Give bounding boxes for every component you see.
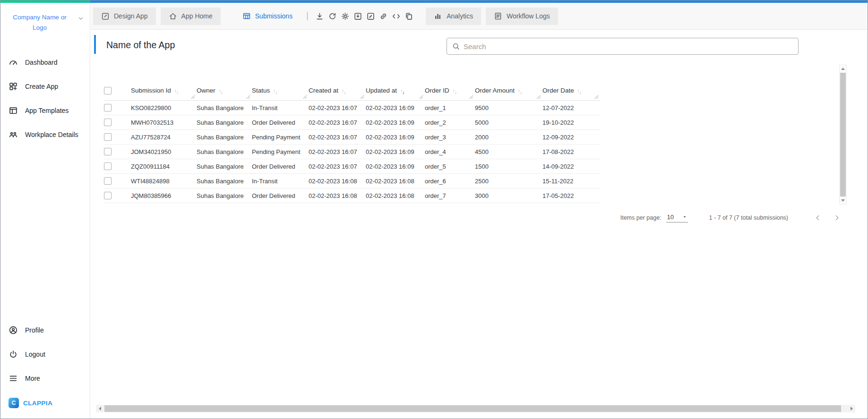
sort-arrows[interactable]: ↑↓ — [577, 88, 582, 94]
sort-arrows[interactable]: ↑↓ — [273, 88, 277, 94]
table-row[interactable]: AZU77528724Suhas BangalorePending Paymen… — [104, 130, 600, 145]
sort-arrows[interactable]: ↑↓ — [400, 88, 404, 94]
column-resize-handle[interactable] — [360, 94, 364, 98]
cell-owner: Suhas Bangalore — [197, 119, 252, 126]
chevron-down-icon[interactable] — [77, 15, 84, 22]
scroll-down-button[interactable] — [840, 197, 846, 204]
tool-import-icon[interactable] — [352, 11, 363, 22]
accent-teal-segment — [0, 0, 90, 3]
tab-app-home[interactable]: App Home — [161, 8, 221, 25]
column-header-order-id[interactable]: Order ID↑↓ — [425, 81, 475, 100]
column-header-label: Created at — [309, 87, 338, 94]
table-row[interactable]: JQM80385966Suhas BangaloreOrder Delivere… — [104, 188, 600, 203]
column-header-updated-at[interactable]: Updated at↑↓ — [366, 81, 425, 100]
sidebar-item-label: App Templates — [25, 107, 69, 114]
column-header-status[interactable]: Status↑↓ — [252, 81, 309, 100]
cell-updated-at: 02-02-2023 16:09 — [366, 163, 425, 170]
header-checkbox-cell — [104, 81, 131, 100]
topbar: Design AppApp HomeSubmissionsAnalyticsWo… — [91, 3, 868, 30]
clappia-brand[interactable]: C CLAPPIA — [0, 390, 90, 416]
table-row[interactable]: KSO08229800Suhas BangaloreIn-Transit02-0… — [104, 101, 600, 115]
next-page-button[interactable] — [831, 212, 843, 224]
column-resize-handle[interactable] — [302, 94, 307, 98]
tab-submissions[interactable]: Submissions — [234, 8, 301, 25]
column-header-order-date[interactable]: Order Date↑↓ — [542, 81, 600, 100]
sidebar-item-dashboard[interactable]: Dashboard — [0, 50, 90, 74]
previous-page-button[interactable] — [812, 212, 824, 224]
column-resize-handle[interactable] — [419, 94, 423, 98]
cell-created-at: 02-02-2023 16:07 — [309, 163, 366, 170]
column-resize-handle[interactable] — [469, 94, 473, 98]
row-checkbox-cell — [104, 101, 131, 115]
row-checkbox[interactable] — [104, 177, 112, 185]
horizontal-scrollbar-thumb[interactable] — [104, 405, 841, 412]
top-accent-bar — [0, 0, 868, 3]
column-header-order-amount[interactable]: Order Amount↑↓ — [475, 81, 542, 100]
tool-download-icon[interactable] — [314, 11, 325, 22]
vertical-scrollbar-thumb[interactable] — [840, 73, 846, 197]
pagination: Items per page: 10 1 - 7 of 7 (7 total s… — [620, 210, 843, 225]
design-app-icon — [101, 12, 110, 20]
sidebar-footer: ProfileLogoutMore C CLAPPIA — [0, 318, 90, 416]
table-row[interactable]: JOM34021950Suhas BangalorePending Paymen… — [104, 145, 600, 159]
column-header-owner[interactable]: Owner↑↓ — [197, 81, 252, 100]
cell-order-amount: 1500 — [475, 163, 542, 170]
column-header-created-at[interactable]: Created at↑↓ — [309, 81, 366, 100]
row-checkbox[interactable] — [104, 192, 112, 199]
table-row[interactable]: MWH07032513Suhas BangaloreOrder Delivere… — [104, 115, 600, 130]
row-checkbox[interactable] — [104, 104, 112, 111]
cell-status: In-Transit — [252, 178, 309, 185]
column-resize-handle[interactable] — [190, 94, 195, 98]
cell-order-id: order_7 — [425, 192, 475, 199]
sidebar-item-more[interactable]: More — [0, 366, 90, 390]
sidebar-item-app-templates[interactable]: App Templates — [0, 98, 90, 122]
tool-edit-icon[interactable] — [365, 11, 376, 22]
triangle-right-icon — [851, 407, 853, 410]
row-checkbox[interactable] — [104, 148, 112, 155]
sort-desc-icon: ↓ — [176, 89, 178, 95]
column-resize-handle[interactable] — [536, 94, 541, 98]
search-input[interactable] — [464, 43, 793, 51]
table-row[interactable]: WTI48824898Suhas BangaloreIn-Transit02-0… — [104, 174, 600, 188]
row-checkbox[interactable] — [104, 162, 112, 170]
sort-arrows[interactable]: ↑↓ — [174, 88, 179, 94]
tool-embed-code-icon[interactable] — [391, 11, 402, 22]
company-name[interactable]: Company Name or Logo — [12, 12, 68, 33]
logout-icon — [9, 350, 18, 359]
scroll-left-button[interactable] — [96, 405, 103, 412]
cell-created-at: 02-02-2023 16:07 — [309, 148, 366, 155]
row-checkbox[interactable] — [104, 133, 112, 141]
triangle-up-icon — [841, 68, 845, 70]
tool-copy-icon[interactable] — [404, 11, 414, 22]
tool-settings-icon[interactable] — [340, 11, 351, 22]
sidebar-item-logout[interactable]: Logout — [0, 342, 90, 366]
page-title: Name of the App — [106, 40, 175, 51]
column-resize-handle[interactable] — [594, 94, 599, 98]
sort-arrows[interactable]: ↑↓ — [453, 88, 457, 94]
cell-owner: Suhas Bangalore — [197, 163, 252, 170]
tab-design-app[interactable]: Design App — [93, 8, 156, 25]
analytics-icon — [434, 12, 442, 20]
sidebar-item-profile[interactable]: Profile — [0, 318, 90, 342]
tab-analytics[interactable]: Analytics — [426, 8, 481, 25]
sort-arrows[interactable]: ↑↓ — [518, 88, 522, 94]
sidebar-item-create-app[interactable]: Create App — [0, 74, 90, 98]
scroll-up-button[interactable] — [840, 65, 846, 72]
tab-workflow-logs[interactable]: Workflow Logs — [486, 8, 558, 25]
items-per-page-select[interactable]: 10 — [666, 214, 688, 222]
cell-submission-id: MWH07032513 — [131, 119, 197, 126]
tool-refresh-icon[interactable] — [327, 11, 338, 22]
select-all-checkbox[interactable] — [104, 87, 112, 94]
table-row[interactable]: ZQZ00911184Suhas BangaloreOrder Delivere… — [104, 159, 600, 174]
sort-arrows[interactable]: ↑↓ — [342, 88, 346, 94]
submissions-icon — [242, 12, 251, 20]
sidebar-item-workplace-details[interactable]: Workplace Details — [0, 122, 90, 146]
sort-desc-icon: ↓ — [455, 89, 456, 95]
row-checkbox[interactable] — [104, 119, 112, 126]
column-resize-handle[interactable] — [246, 94, 250, 98]
sort-arrows[interactable]: ↑↓ — [219, 88, 223, 94]
scroll-right-button[interactable] — [848, 405, 855, 412]
edit-icon — [366, 12, 375, 21]
column-header-submission-id[interactable]: Submission Id↑↓ — [131, 81, 197, 100]
tool-link-icon[interactable] — [378, 11, 389, 22]
